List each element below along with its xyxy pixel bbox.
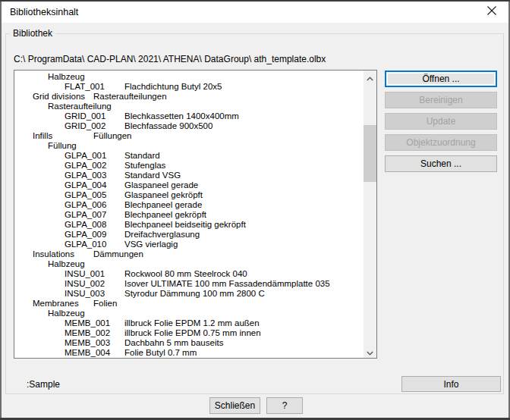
library-list[interactable]: HalbzeugFLAT_001Flachdichtung Butyl 20x5… [14, 70, 377, 359]
list-line[interactable]: MEMB_004Folie Butyl 0.7 mm [14, 348, 364, 358]
list-line-name: GRID_002 [65, 121, 105, 130]
list-line[interactable]: INSU_001Rockwool 80 mm Steelrock 040 [14, 269, 364, 279]
list-line-description: Folie Butyl 0.7 mm [124, 348, 197, 358]
list-line-description: Blechfassade 900x500 [124, 121, 212, 131]
oeffnen-button[interactable]: Öffnen ... [385, 71, 497, 87]
list-line[interactable]: Halbzeug [14, 72, 364, 82]
list-line-name: INSU_003 [65, 289, 105, 298]
close-icon [486, 5, 497, 19]
list-line-name: MEMB_004 [65, 348, 110, 357]
list-line-name: MEMB_001 [65, 318, 110, 328]
list-line-name: FLAT_001 [65, 82, 105, 91]
list-line[interactable]: MEMB_001illbruck Folie EPDM 1.2 mm außen [14, 318, 364, 328]
list-line-name: GLPA_009 [65, 230, 106, 239]
chevron-up-icon [367, 71, 373, 84]
list-line-description: Dreifachverglasung [124, 230, 200, 240]
list-line-description: Standard [124, 151, 160, 161]
list-line-description: Dachbahn 5 mm bauseits [124, 338, 223, 348]
list-line-name: MEMB_002 [65, 328, 110, 337]
list-line-description: Styrodur Dämmung 100 mm 2800 C [124, 289, 265, 299]
list-line-name: Halbzeug [48, 309, 85, 318]
groupbox-label: Bibliothek [10, 28, 55, 39]
list-line-name: Grid divisions [33, 92, 85, 101]
list-line[interactable]: Füllung [14, 141, 364, 151]
list-line-name: Infills [33, 131, 52, 140]
list-line-description: Standard VSG [124, 171, 181, 180]
list-line-name: INSU_001 [65, 269, 105, 278]
list-line-name: MEMB_003 [65, 338, 110, 347]
list-line[interactable]: GLPA_009Dreifachverglasung [14, 230, 364, 240]
list-line-name: GLPA_005 [65, 190, 106, 199]
list-line-description: Dämmungen [93, 249, 143, 259]
list-line-description: illbruck Folie EPDM 0.75 mm innen [124, 328, 261, 338]
list-line[interactable]: GLPA_007Blechpaneel gekröpft [14, 210, 364, 220]
objektzuordnung-button: Objektzuordnung [385, 134, 497, 151]
list-line[interactable]: GLPA_006Blechpaneel gerade [14, 200, 364, 210]
list-line-description: Rasteraufteilungen [93, 92, 167, 102]
list-line-description: Glaspaneel gerade [124, 180, 198, 190]
list-line-name: Halbzeug [48, 72, 85, 81]
library-content-dialog: Bibliotheksinhalt Bibliothek C:\ Program… [0, 0, 510, 420]
list-line-name: INSU_002 [65, 279, 105, 288]
list-line[interactable]: InsulationsDämmungen [14, 249, 364, 259]
list-line-description: Isover ULTIMATE 100 mm Fassadendämmplatt… [124, 279, 330, 289]
list-line[interactable]: Halbzeug [14, 309, 364, 318]
list-line-name: Füllung [48, 141, 77, 150]
list-line[interactable]: GLPA_003Standard VSG [14, 171, 364, 180]
scrollbar-thumb[interactable] [364, 125, 376, 182]
bereinigen-button: Bereinigen [385, 92, 497, 108]
list-line-description: Folien [93, 299, 117, 309]
list-line[interactable]: GLPA_002Stufenglas [14, 161, 364, 171]
list-line-name: GRID_001 [65, 111, 105, 121]
list-line-description: Glaspaneel gekröpft [124, 190, 203, 200]
vertical-scrollbar[interactable] [364, 71, 376, 358]
list-line-description: Blechpaneel beidseitig gekröpft [124, 220, 246, 230]
list-line-description: VSG vierlagig [124, 240, 178, 249]
list-line[interactable]: GLPA_008Blechpaneel beidseitig gekröpft [14, 220, 364, 230]
list-line-name: GLPA_006 [65, 200, 106, 209]
list-line[interactable]: GRID_001Blechkassetten 1400x400mm [14, 111, 364, 121]
list-line-description: Rockwool 80 mm Steelrock 040 [124, 269, 247, 279]
scroll-down-button[interactable] [364, 345, 376, 358]
list-line-description: Stufenglas [124, 161, 165, 171]
library-list-rows: HalbzeugFLAT_001Flachdichtung Butyl 20x5… [14, 72, 364, 358]
help-button[interactable]: ? [266, 397, 303, 414]
list-line[interactable]: FLAT_001Flachdichtung Butyl 20x5 [14, 82, 364, 92]
schliessen-button[interactable]: Schließen [209, 397, 260, 414]
list-line-name: GLPA_010 [65, 240, 106, 249]
list-line[interactable]: GLPA_010VSG vierlagig [14, 240, 364, 249]
scroll-up-button[interactable] [364, 71, 376, 83]
update-button: Update [385, 113, 497, 130]
list-line[interactable]: GRID_002Blechfassade 900x500 [14, 121, 364, 131]
list-line[interactable]: GLPA_001Standard [14, 151, 364, 161]
window-title: Bibliotheksinhalt [10, 7, 78, 17]
list-line[interactable]: INSU_002Isover ULTIMATE 100 mm Fassadend… [14, 279, 364, 289]
list-line-name: Insulations [33, 249, 74, 259]
list-line[interactable]: Rasteraufteilung [14, 102, 364, 111]
list-line-description: Flachdichtung Butyl 20x5 [124, 82, 222, 92]
list-line-name: GLPA_007 [65, 210, 106, 219]
list-line[interactable]: Halbzeug [14, 259, 364, 269]
suchen-button[interactable]: Suchen ... [385, 155, 497, 172]
list-line-name: GLPA_002 [65, 161, 106, 170]
list-line[interactable]: MembranesFolien [14, 299, 364, 309]
list-line[interactable]: Grid divisionsRasteraufteilungen [14, 92, 364, 102]
list-line[interactable]: INSU_003Styrodur Dämmung 100 mm 2800 C [14, 289, 364, 299]
title-bar: Bibliotheksinhalt [2, 2, 508, 23]
list-line-description: Blechpaneel gekröpft [124, 210, 206, 220]
list-line-name: Halbzeug [48, 259, 85, 268]
list-line-name: GLPA_003 [65, 171, 106, 180]
list-line-name: Membranes [33, 299, 79, 308]
library-file-path: C:\ ProgramData\ CAD-PLAN\ 2021\ ATHENA\… [14, 54, 326, 64]
list-line[interactable]: GLPA_005Glaspaneel gekröpft [14, 190, 364, 200]
info-button[interactable]: Info [401, 376, 501, 392]
list-line[interactable]: GLPA_004Glaspaneel gerade [14, 180, 364, 190]
list-line-name: GLPA_001 [65, 151, 106, 160]
list-line-description: illbruck Folie EPDM 1.2 mm außen [124, 318, 260, 328]
list-line[interactable]: MEMB_003Dachbahn 5 mm bauseits [14, 338, 364, 348]
list-line-description: Blechpaneel gerade [124, 200, 202, 210]
list-line[interactable]: InfillsFüllungen [14, 131, 364, 141]
list-line[interactable]: MEMB_002illbruck Folie EPDM 0.75 mm inne… [14, 328, 364, 338]
chevron-down-icon [367, 345, 373, 359]
close-window-button[interactable] [474, 2, 508, 23]
